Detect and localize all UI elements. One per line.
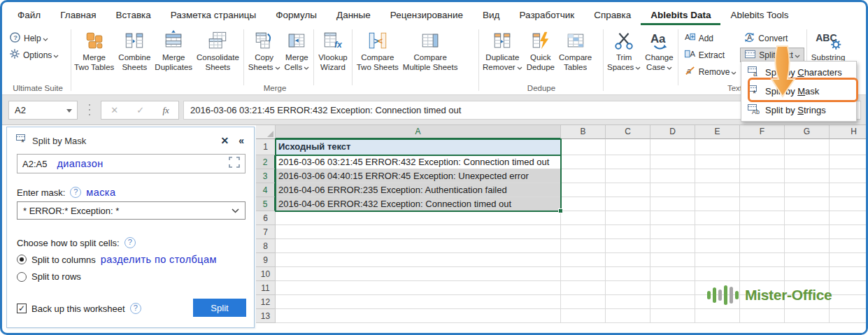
ribbon-button-consolidate-sheets[interactable]: ConsolidateSheets: [194, 28, 241, 73]
cell-c4[interactable]: [606, 183, 650, 197]
column-header-c[interactable]: C: [606, 125, 650, 139]
cell-d2[interactable]: [650, 155, 695, 169]
cell-e9[interactable]: [695, 253, 740, 267]
cell-d9[interactable]: [650, 253, 695, 267]
mask-combobox[interactable]: * ERROR:* Exception: *: [17, 201, 246, 220]
cell-e8[interactable]: [695, 239, 740, 253]
cell-e1[interactable]: [695, 139, 740, 155]
cell-f8[interactable]: [740, 239, 785, 253]
row-header-8[interactable]: 8: [256, 239, 276, 253]
cell-f6[interactable]: [740, 211, 785, 225]
column-header-h[interactable]: H: [830, 125, 866, 139]
cell-h8[interactable]: [830, 239, 866, 253]
split-button[interactable]: Split: [193, 299, 246, 317]
tab-файл[interactable]: Файл: [8, 6, 50, 25]
tab-вставка[interactable]: Вставка: [106, 6, 161, 25]
cell-h7[interactable]: [830, 225, 866, 239]
cell-f13[interactable]: [740, 309, 785, 323]
cell-d12[interactable]: [650, 295, 695, 309]
select-all-corner[interactable]: [256, 125, 276, 139]
cell-c6[interactable]: [606, 211, 650, 225]
cell-c12[interactable]: [606, 295, 650, 309]
cell-h12[interactable]: [830, 295, 866, 309]
cell-f7[interactable]: [740, 225, 785, 239]
menu-item-split-by-mask[interactable]: *Split by Mask: [741, 82, 856, 101]
name-box-dropdown-icon[interactable]: [66, 109, 72, 113]
tab-ablebits-tools[interactable]: Ablebits Tools: [720, 6, 798, 25]
cell-c7[interactable]: [606, 225, 650, 239]
row-header-1[interactable]: 1: [256, 139, 276, 155]
cell-g2[interactable]: [785, 155, 830, 169]
help-badge-icon[interactable]: ?: [70, 187, 81, 198]
ribbon-button-convert[interactable]: AConvert: [740, 31, 804, 45]
cell-b12[interactable]: [561, 295, 606, 309]
cell-g4[interactable]: [785, 183, 830, 197]
cell-c10[interactable]: [606, 267, 650, 281]
cell-h10[interactable]: [830, 267, 866, 281]
cell-d13[interactable]: [650, 309, 695, 323]
cell-g1[interactable]: [785, 139, 830, 155]
cell-d7[interactable]: [650, 225, 695, 239]
ribbon-button-vlookup-wizard[interactable]: fxVlookupWizard: [316, 28, 350, 73]
ribbon-button-merge-two-tables[interactable]: MergeTwo Tables: [72, 28, 116, 73]
cell-d5[interactable]: [650, 197, 695, 211]
column-header-g[interactable]: G: [785, 125, 830, 139]
column-header-a[interactable]: A: [276, 125, 561, 139]
column-header-d[interactable]: D: [650, 125, 695, 139]
cell-a11[interactable]: [276, 281, 561, 295]
cell-h1[interactable]: [830, 139, 866, 155]
ribbon-button-quick-dedupe[interactable]: QuickDedupe: [525, 28, 557, 73]
row-header-5[interactable]: 5: [256, 197, 276, 211]
cell-a7[interactable]: [276, 225, 561, 239]
cell-d3[interactable]: [650, 169, 695, 183]
menu-item-split-by-strings[interactable]: AbSplit by Strings: [741, 101, 856, 120]
cell-h3[interactable]: [830, 169, 866, 183]
column-header-f[interactable]: F: [740, 125, 785, 139]
cell-e13[interactable]: [695, 309, 740, 323]
cell-d10[interactable]: [650, 267, 695, 281]
tab-разметка-страницы[interactable]: Разметка страницы: [161, 6, 266, 25]
cell-a5[interactable]: 2016-04-06 ERROR:432 Exception: Connecti…: [276, 197, 561, 211]
cell-h11[interactable]: [830, 281, 866, 295]
cell-g6[interactable]: [785, 211, 830, 225]
pane-collapse-icon[interactable]: «: [236, 135, 247, 146]
cell-b5[interactable]: [561, 197, 606, 211]
row-header-3[interactable]: 3: [256, 169, 276, 183]
row-header-4[interactable]: 4: [256, 183, 276, 197]
cell-h9[interactable]: [830, 253, 866, 267]
ribbon-button-combine-sheets[interactable]: CombineSheets: [116, 28, 152, 73]
tab-главная[interactable]: Главная: [50, 6, 106, 25]
cell-e5[interactable]: [695, 197, 740, 211]
tab-вид[interactable]: Вид: [473, 6, 509, 25]
row-header-12[interactable]: 12: [256, 295, 276, 309]
row-header-10[interactable]: 10: [256, 267, 276, 281]
tab-данные[interactable]: Данные: [327, 6, 380, 25]
cell-b8[interactable]: [561, 239, 606, 253]
row-header-7[interactable]: 7: [256, 225, 276, 239]
cell-e10[interactable]: [695, 267, 740, 281]
pane-close-icon[interactable]: ✕: [218, 135, 232, 146]
tab-справка[interactable]: Справка: [584, 6, 641, 25]
ribbon-button-split-text[interactable]: Split Text: [740, 48, 804, 62]
cell-f5[interactable]: [740, 197, 785, 211]
cell-c8[interactable]: [606, 239, 650, 253]
select-range-icon[interactable]: [229, 157, 240, 171]
cell-d8[interactable]: [650, 239, 695, 253]
cell-b9[interactable]: [561, 253, 606, 267]
cell-g10[interactable]: [785, 267, 830, 281]
cell-g5[interactable]: [785, 197, 830, 211]
cell-c1[interactable]: [606, 139, 650, 155]
name-box[interactable]: A2: [8, 101, 78, 120]
cell-b11[interactable]: [561, 281, 606, 295]
cell-a10[interactable]: [276, 267, 561, 281]
cell-c5[interactable]: [606, 197, 650, 211]
cell-e4[interactable]: [695, 183, 740, 197]
cell-d1[interactable]: [650, 139, 695, 155]
ribbon-button-help[interactable]: ?Help: [6, 31, 62, 45]
cell-c11[interactable]: [606, 281, 650, 295]
cell-f9[interactable]: [740, 253, 785, 267]
cell-a4[interactable]: 2016-04-06 ERROR:235 Exception: Authenti…: [276, 183, 561, 197]
cancel-entry-icon[interactable]: ✕: [111, 105, 118, 115]
fill-handle[interactable]: [558, 208, 563, 213]
cell-d4[interactable]: [650, 183, 695, 197]
